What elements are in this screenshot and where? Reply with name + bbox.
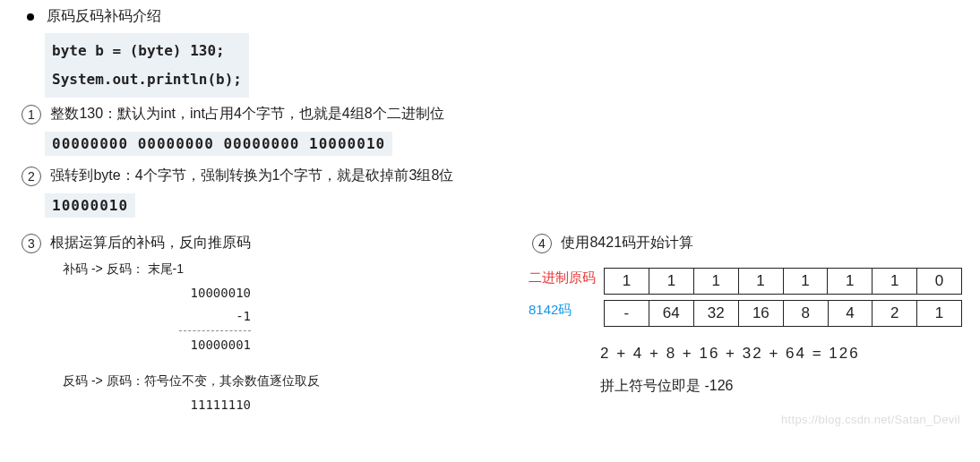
step-4: 4 使用8421码开始计算 [532, 234, 962, 253]
step-1-binary: 00000000 00000000 00000000 10000010 [45, 132, 392, 156]
red-bit-5: 1 [828, 269, 873, 295]
blue-bit-7: 1 [917, 301, 962, 327]
blue-bit-3: 16 [738, 301, 783, 327]
label-red: 二进制原码 [529, 266, 604, 287]
bits-row-blue: 8142码 - 64 32 16 8 4 2 1 [529, 298, 962, 327]
step-1-text: 整数130：默认为int，int占用4个字节，也就是4组8个二进制位 [50, 106, 443, 121]
result-line: 拼上符号位即是 -126 [600, 377, 962, 396]
deriv-v1: 10000010 [116, 281, 251, 305]
step-3-text: 根据运算后的补码，反向推原码 [50, 235, 251, 250]
step-1: 1 整数130：默认为int，int占用4个字节，也就是4组8个二进制位 [21, 105, 962, 124]
red-bit-6: 1 [873, 269, 917, 295]
step-number-2: 2 [21, 167, 41, 186]
red-bit-2: 1 [693, 269, 738, 295]
deriv-v2: -1 [116, 304, 251, 329]
step-number-4: 4 [532, 234, 552, 253]
watermark: https://blog.csdn.net/Satan_Devil [781, 413, 960, 426]
step-3: 3 根据运算后的补码，反向推原码 [21, 234, 520, 253]
sum-line: 2 + 4 + 8 + 16 + 32 + 64 = 126 [600, 345, 962, 363]
red-bit-4: 1 [783, 269, 828, 295]
bullet-icon [27, 13, 34, 21]
code-block: byte b = (byte) 130; System.out.println(… [45, 33, 249, 98]
derivation-block: 补码 -> 反码： 末尾-1 10000010 -1 10000001 反码 -… [63, 257, 520, 417]
red-bit-7: 0 [917, 269, 962, 295]
bits-row-red: 二进制原码 1 1 1 1 1 1 1 0 [529, 266, 962, 295]
page-title: 原码反码补码介绍 [47, 8, 161, 23]
blue-bit-1: 64 [649, 301, 693, 327]
blue-bit-5: 4 [828, 301, 873, 327]
deriv-label-1: 补码 -> 反码： 末尾-1 [63, 257, 520, 281]
deriv-v3: 10000001 [116, 333, 251, 357]
header: 原码反码补码介绍 [18, 7, 962, 26]
blue-bit-0: - [605, 301, 649, 327]
code-line-2: System.out.println(b); [52, 65, 242, 94]
deriv-v4: 11111110 [116, 393, 251, 417]
step-4-text: 使用8421码开始计算 [561, 235, 693, 250]
blue-bit-2: 32 [693, 301, 738, 327]
divider-line [179, 330, 251, 331]
step-number-1: 1 [21, 105, 41, 124]
red-bit-3: 1 [738, 269, 783, 295]
blue-bit-6: 2 [873, 301, 917, 327]
red-bit-0: 1 [605, 269, 649, 295]
label-blue: 8142码 [529, 298, 604, 319]
step-number-3: 3 [21, 234, 41, 253]
step-2-text: 强转到byte：4个字节，强制转换为1个字节，就是砍掉前3组8位 [50, 167, 453, 183]
blue-bit-4: 8 [783, 301, 828, 327]
deriv-label-2: 反码 -> 原码：符号位不变，其余数值逐位取反 [63, 369, 520, 393]
red-bit-1: 1 [649, 269, 693, 295]
step-2: 2 强转到byte：4个字节，强制转换为1个字节，就是砍掉前3组8位 [21, 167, 962, 186]
step-2-binary: 10000010 [45, 193, 135, 218]
code-line-1: byte b = (byte) 130; [52, 37, 242, 65]
